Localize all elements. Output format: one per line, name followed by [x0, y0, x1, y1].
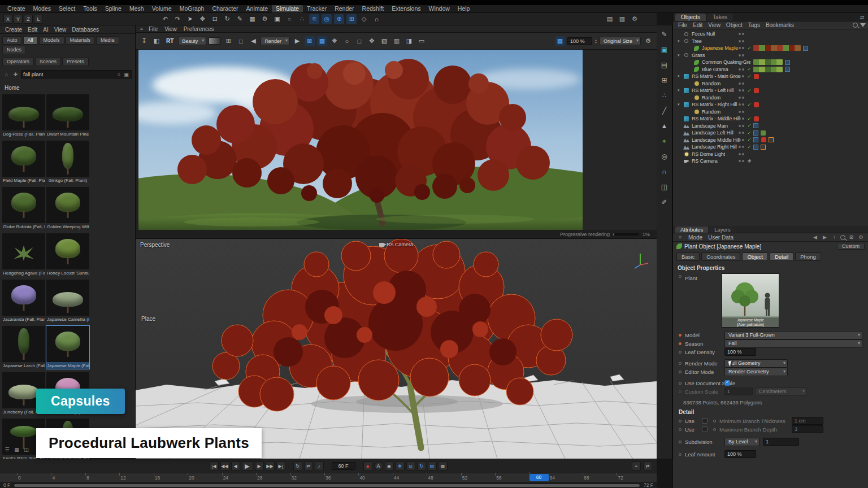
- timeline-tick[interactable]: 16: [154, 475, 188, 481]
- axis-lock-button[interactable]: Y: [14, 15, 23, 24]
- filter-lock-icon[interactable]: ▣: [123, 71, 130, 78]
- asset-item[interactable]: Ginkgo (Fall, Plant): [46, 141, 89, 184]
- menu-item[interactable]: Character: [208, 5, 242, 12]
- object-row[interactable]: ▾ RS Dome Light ✓ ✛: [673, 151, 868, 158]
- menu-item[interactable]: Spline: [101, 5, 125, 12]
- render-visibility-dot[interactable]: [742, 117, 744, 120]
- redshift-tag-chip[interactable]: [761, 137, 766, 142]
- panel-tab[interactable]: Takes: [707, 14, 733, 21]
- asset-filter-button[interactable]: Scenes: [35, 58, 61, 66]
- editor-mode-dropdown[interactable]: Render Geometry: [724, 368, 788, 376]
- zoom-mode-icon[interactable]: ▦: [555, 36, 565, 46]
- viewport-menu-perspective[interactable]: Perspective: [140, 242, 170, 248]
- plant-preview[interactable]: Japanese Maple (Acer palmatum): [722, 273, 779, 328]
- enabled-check-icon[interactable]: ✓: [747, 116, 751, 121]
- asset-item[interactable]: Japanese Maple (Fall, ...: [46, 326, 89, 369]
- asset-item[interactable]: Golden Weeping Willo...: [46, 187, 89, 230]
- timeline-tick[interactable]: 12: [119, 475, 153, 481]
- axis-lock-button[interactable]: L: [34, 15, 43, 24]
- editor-visibility-dot[interactable]: [739, 97, 741, 99]
- autokey-button[interactable]: A: [374, 461, 383, 470]
- parent-object-icon[interactable]: ↑: [831, 234, 838, 241]
- range-end-field[interactable]: 72 F: [644, 482, 653, 488]
- pixel-grid-icon[interactable]: ▦: [317, 36, 327, 46]
- compare-dropdown[interactable]: Render: [261, 37, 290, 45]
- asset-item[interactable]: Dog-Rose (Fall, Plant): [2, 94, 45, 137]
- list-view-icon[interactable]: ◫: [23, 446, 30, 453]
- scrollbar-handle[interactable]: [14, 484, 640, 487]
- workplane-mode-icon[interactable]: ⊞: [659, 75, 670, 86]
- goto-end-button[interactable]: ▶|: [276, 461, 285, 470]
- object-row[interactable]: ▾ Random ✓ ✛: [673, 94, 868, 102]
- render-visibility-dot[interactable]: [742, 153, 744, 155]
- render-view-menu-item[interactable]: File: [145, 25, 161, 33]
- editor-visibility-dot[interactable]: [739, 160, 741, 162]
- camera-target-icon[interactable]: ✛: [747, 159, 751, 164]
- spline-pen-icon[interactable]: ≈: [284, 14, 294, 24]
- asset-filter-button[interactable]: Media: [96, 36, 119, 45]
- snapping-icon[interactable]: ∩: [659, 166, 670, 177]
- object-row[interactable]: ▾ Grass ✓ ✛: [673, 52, 868, 59]
- enabled-check-icon[interactable]: ✓: [747, 137, 751, 142]
- points-mode-icon[interactable]: ∴: [659, 90, 670, 101]
- region-render-icon[interactable]: □: [236, 36, 246, 46]
- enabled-check-icon[interactable]: ✓: [747, 74, 751, 79]
- object-row[interactable]: ▾ Landscape Middle Hill ✓ ✛: [673, 137, 868, 144]
- asset-item[interactable]: Japanese Camellia (Fal...: [46, 280, 89, 323]
- param-dot[interactable]: [679, 334, 682, 337]
- next-key-button[interactable]: ▶▶: [266, 461, 275, 470]
- attribute-page-tab[interactable]: Basic: [676, 252, 700, 261]
- menu-item[interactable]: Create: [3, 5, 29, 12]
- object-menu-item[interactable]: Tags: [745, 21, 763, 29]
- material-tag-strip[interactable]: [753, 67, 783, 72]
- enable-axis-icon[interactable]: ⌖: [659, 136, 670, 147]
- timeline-tick[interactable]: 36: [324, 475, 358, 481]
- timeline-tick[interactable]: 68: [583, 475, 617, 481]
- edit-render-settings-icon[interactable]: ⚙: [630, 14, 640, 24]
- param-dot[interactable]: [679, 342, 682, 345]
- editor-visibility-dot[interactable]: [739, 132, 741, 134]
- tag-chip[interactable]: [803, 46, 808, 51]
- subdivision-field[interactable]: 1: [763, 438, 799, 446]
- primitive-cube-icon[interactable]: ▣: [272, 14, 282, 24]
- enabled-check-icon[interactable]: ✓: [747, 102, 751, 107]
- move-tool-icon[interactable]: ✥: [197, 14, 207, 24]
- object-row[interactable]: ▾ RS Matrix - Main Ground ✓ ✛: [673, 73, 868, 80]
- object-row[interactable]: ▾ Random ✓ ✛: [673, 108, 868, 116]
- menu-item[interactable]: MoGraph: [176, 5, 209, 12]
- record-keyframe-button[interactable]: ●: [363, 461, 372, 470]
- lock-icon[interactable]: ⊠: [848, 234, 855, 241]
- object-row[interactable]: ▾ RS Matrix - Right Hill ✓ ✛: [673, 101, 868, 108]
- menu-item[interactable]: Select: [55, 5, 79, 12]
- menu-item[interactable]: Window: [425, 5, 454, 12]
- save-image-icon[interactable]: ↧: [139, 36, 149, 46]
- object-row[interactable]: ▾ RS Matrix - Left Hill ✓ ✛: [673, 87, 868, 94]
- axis-lock-button[interactable]: Z: [24, 15, 33, 24]
- object-row[interactable]: ▾ RS Matrix - Middle Hill ✓ ✛: [673, 115, 868, 123]
- axis-lock-button[interactable]: X: [3, 15, 12, 24]
- param-dot[interactable]: [679, 351, 682, 354]
- frame-all-icon[interactable]: ⇄: [643, 461, 652, 470]
- attribute-page-tab[interactable]: Coordinates: [701, 252, 740, 261]
- model-dropdown[interactable]: Variant 3 Full-Grown: [724, 331, 862, 339]
- camera-label[interactable]: RS Camera: [379, 242, 413, 247]
- viewport-canvas[interactable]: [136, 239, 657, 459]
- loop-mode-button[interactable]: ↻: [293, 461, 302, 470]
- param-dot[interactable]: [679, 371, 682, 373]
- asset-menu-item[interactable]: Databases: [69, 26, 102, 33]
- tag-chip[interactable]: [753, 145, 758, 150]
- filter-icon[interactable]: ❋: [329, 36, 340, 46]
- expander-icon[interactable]: ▾: [678, 53, 683, 58]
- object-row[interactable]: ▾ Landscape Main ✓ ✛: [673, 123, 868, 130]
- render-visibility-dot[interactable]: [742, 89, 744, 91]
- prev-frame-button[interactable]: ◀: [231, 461, 240, 470]
- size-dropdown[interactable]: Original Size: [600, 37, 641, 45]
- use-document-scale-checkbox[interactable]: [724, 380, 730, 386]
- enabled-check-icon[interactable]: ✓: [747, 123, 751, 128]
- play-button[interactable]: ▶: [242, 461, 253, 470]
- search-input[interactable]: [23, 71, 115, 77]
- object-menu-item[interactable]: Object: [723, 21, 745, 29]
- place-tool-label[interactable]: Place: [141, 316, 155, 322]
- object-row[interactable]: ▾ Random ✓ ✛: [673, 80, 868, 88]
- rotate-tool-icon[interactable]: ↻: [222, 14, 232, 24]
